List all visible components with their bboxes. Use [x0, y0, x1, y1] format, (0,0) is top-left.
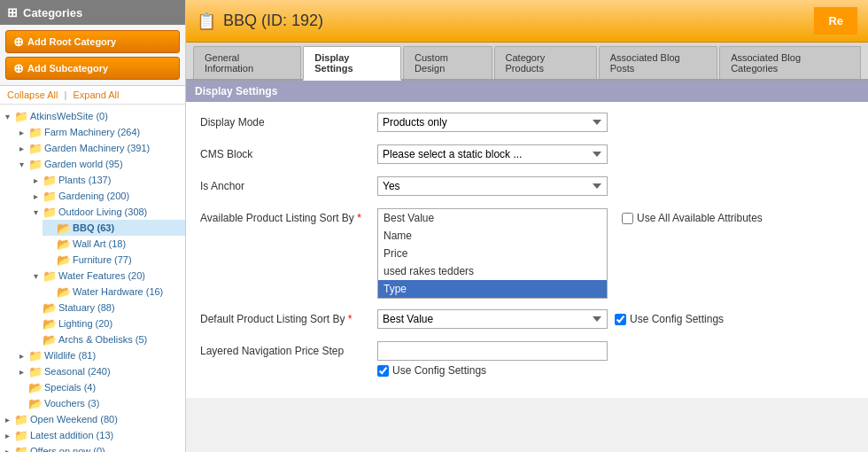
section-title: Display Settings	[186, 81, 868, 102]
folder-icon: 📂	[57, 286, 71, 297]
page-header: 📋 BBQ (ID: 192) Re	[186, 0, 868, 43]
tree-node-latestaddition[interactable]: ▸ 📁 Latest addition (13)	[0, 427, 185, 443]
add-subcategory-button[interactable]: ⊕ Add Subcategory	[5, 57, 180, 80]
display-mode-control: Products only Static block only Static b…	[377, 113, 854, 132]
folder-icon: 📂	[43, 334, 57, 345]
tree-node-specials[interactable]: 📂 Specials (4)	[14, 379, 185, 395]
default-sort-row: Default Product Listing Sort By Best Val…	[200, 309, 854, 331]
folder-icon: 📁	[43, 270, 57, 281]
tree-node-garden-machinery[interactable]: ▸ 📁 Garden Machinery (391)	[14, 140, 185, 156]
tab-products[interactable]: Category Products	[494, 46, 597, 79]
tree-node-seasonal[interactable]: ▸ 📁 Seasonal (240)	[14, 363, 185, 379]
is-anchor-row: Is Anchor Yes No	[200, 176, 854, 198]
available-sort-row: Available Product Listing Sort By Best V…	[200, 208, 854, 299]
folder-icon: 📂	[28, 398, 43, 409]
tree-node-plants[interactable]: ▸ 📁 Plants (137)	[28, 172, 185, 188]
sidebar-title: Categories	[23, 6, 82, 19]
tree-node-farm[interactable]: ▸ 📁 Farm Machinery (264)	[14, 124, 185, 140]
tab-display[interactable]: Display Settings	[303, 46, 401, 81]
sort-item-price[interactable]: Price	[378, 245, 607, 262]
tree-node-gardening[interactable]: ▸ 📁 Gardening (200)	[28, 188, 185, 204]
sort-item-name[interactable]: Name	[378, 227, 607, 245]
tree-node-wildlife[interactable]: ▸ 📁 Wildlife (81)	[14, 347, 185, 363]
sort-item-used-rakes[interactable]: used rakes tedders	[378, 262, 607, 280]
use-all-attrs-checkbox[interactable]	[622, 213, 633, 224]
layered-nav-use-config-checkbox[interactable]	[377, 365, 389, 377]
sort-item-bestvalue[interactable]: Best Value	[378, 209, 607, 227]
tree-node-lighting[interactable]: 📂 Lighting (20)	[28, 316, 185, 331]
tree-node-vouchers1[interactable]: 📂 Vouchers (3)	[14, 395, 185, 411]
folder-icon: 📂	[57, 254, 71, 265]
category-icon: 📋	[197, 12, 216, 31]
use-config-settings-label: Use Config Settings	[615, 313, 724, 325]
is-anchor-control: Yes No	[377, 176, 854, 196]
tree-node-openweekend[interactable]: ▸ 📁 Open Weekend (80)	[0, 411, 185, 427]
tab-general[interactable]: General Information	[193, 46, 301, 79]
tree-node-furniture[interactable]: 📂 Furniture (77)	[43, 252, 185, 268]
folder-icon: 📁	[14, 446, 28, 452]
categories-icon: ⊞	[7, 5, 18, 19]
folder-icon: 📂	[28, 382, 43, 393]
folder-icon: 📁	[14, 430, 28, 440]
folder-icon: 📂	[43, 302, 57, 313]
main-content: 📋 BBQ (ID: 192) Re General Information D…	[186, 0, 868, 452]
tree-controls: Collapse All | Expand All	[0, 86, 185, 105]
layered-nav-control: Use Config Settings	[377, 341, 854, 377]
category-tree: ▾ 📁 AtkinsWebSite (0) ▸ 📁 Farm Machinery…	[0, 105, 185, 452]
layered-nav-row: Layered Navigation Price Step Use Config…	[200, 341, 854, 377]
folder-icon: 📂	[43, 318, 57, 329]
tab-bar: General Information Display Settings Cus…	[186, 43, 868, 81]
sidebar: ⊞ Categories ⊕ Add Root Category ⊕ Add S…	[0, 0, 186, 452]
sort-item-type[interactable]: Type	[378, 280, 607, 298]
display-mode-row: Display Mode Products only Static block …	[200, 113, 854, 134]
display-mode-select[interactable]: Products only Static block only Static b…	[377, 113, 608, 132]
default-sort-select[interactable]: Best Value	[377, 309, 608, 329]
expander-icon: ▾	[2, 112, 12, 121]
folder-icon: 📂	[57, 238, 71, 249]
tree-node-atkins[interactable]: ▾ 📁 AtkinsWebSite (0)	[0, 108, 185, 124]
tab-blogcats[interactable]: Associated Blog Categories	[719, 46, 861, 79]
folder-icon: 📂	[57, 222, 71, 233]
tab-design[interactable]: Custom Design	[403, 46, 492, 79]
sort-listbox: Best Value Name Price used rakes tedders	[377, 208, 608, 299]
is-anchor-label: Is Anchor	[200, 176, 377, 192]
available-sort-control: Best Value Name Price used rakes tedders	[377, 208, 854, 299]
save-button[interactable]: Re	[814, 7, 857, 35]
folder-icon: 📁	[28, 143, 43, 153]
folder-icon: 📁	[28, 127, 43, 137]
folder-icon: 📁	[43, 175, 57, 185]
tree-node-waterhardware[interactable]: 📂 Water Hardware (16)	[43, 284, 185, 300]
add-root-category-button[interactable]: ⊕ Add Root Category	[5, 30, 180, 53]
default-sort-control: Best Value Use Config Settings	[377, 309, 854, 329]
folder-icon: 📁	[14, 111, 28, 121]
folder-icon: 📁	[14, 414, 28, 425]
layered-nav-use-config-label: Use Config Settings	[377, 364, 854, 377]
tree-node-wallart[interactable]: 📂 Wall Art (18)	[43, 236, 185, 252]
tree-node-offersnow[interactable]: ▸ 📁 Offers on now (0)	[0, 443, 185, 452]
folder-icon: 📁	[28, 350, 43, 361]
layered-nav-input[interactable]	[377, 341, 608, 361]
expand-all-link[interactable]: Expand All	[73, 90, 119, 100]
cms-block-row: CMS Block Please select a static block .…	[200, 144, 854, 166]
tree-node-waterfeatures[interactable]: ▾ 📁 Water Features (20)	[28, 268, 185, 284]
tree-node-bbq[interactable]: 📂 BBQ (63)	[43, 220, 185, 236]
folder-icon: 📁	[28, 159, 43, 169]
tab-blogposts[interactable]: Associated Blog Posts	[599, 46, 717, 79]
tree-node-gardenworld[interactable]: ▾ 📁 Garden world (95)	[14, 156, 185, 172]
cms-block-select[interactable]: Please select a static block ...	[377, 144, 608, 164]
use-config-checkbox[interactable]	[615, 314, 626, 325]
available-sort-label: Available Product Listing Sort By	[200, 208, 377, 224]
tree-node-archs[interactable]: 📂 Archs & Obelisks (5)	[28, 331, 185, 347]
tree-node-outdoor[interactable]: ▾ 📁 Outdoor Living (308)	[28, 204, 185, 220]
display-settings-panel: Display Settings Display Mode Products o…	[186, 81, 868, 398]
page-title: BBQ (ID: 192)	[223, 12, 323, 30]
display-mode-label: Display Mode	[200, 113, 377, 129]
folder-icon: 📁	[28, 366, 43, 377]
is-anchor-select[interactable]: Yes No	[377, 176, 608, 196]
form-body: Display Mode Products only Static block …	[186, 102, 868, 398]
sidebar-actions: ⊕ Add Root Category ⊕ Add Subcategory	[0, 25, 185, 86]
tree-node-statuary[interactable]: 📂 Statuary (88)	[28, 300, 185, 316]
collapse-all-link[interactable]: Collapse All	[7, 90, 58, 100]
sidebar-header: ⊞ Categories	[0, 0, 185, 25]
cms-block-control: Please select a static block ...	[377, 144, 854, 164]
